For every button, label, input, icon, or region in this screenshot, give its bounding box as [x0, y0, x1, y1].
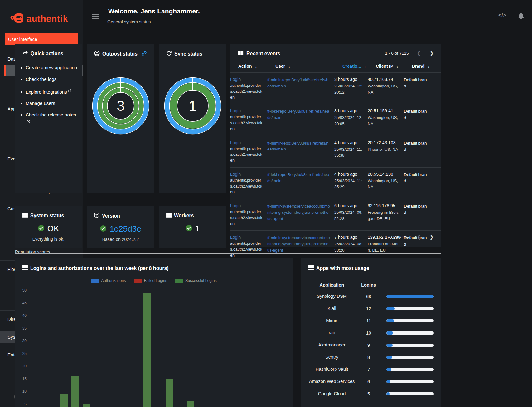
- event-user-link[interactable]: tf-loki-repo:BeryJu/k8s:ref:refs/heads/m…: [267, 109, 329, 120]
- event-created-absolute: 25/03/2024, 11:35:29: [334, 178, 363, 190]
- event-brand-cell: Default brand: [404, 140, 427, 164]
- event-created-relative: 3 hours ago: [334, 77, 363, 82]
- sync-status-card: Sync status 1: [159, 44, 226, 193]
- event-user-link[interactable]: tf-mimir-repo:BeryJu/k8s:ref:refs/heads/…: [267, 141, 329, 152]
- event-user-link[interactable]: tf-loki-repo:BeryJu/k8s:ref:refs/heads/m…: [267, 172, 329, 183]
- progress-track: [386, 307, 434, 310]
- sidebar-item-reputation-scores[interactable]: Reputation scores: [0, 247, 83, 257]
- event-client-geo: Freiburg im Breisgau, DE, EU: [368, 209, 399, 222]
- quick-action-explore-integrations[interactable]: Explore integrations: [26, 87, 79, 96]
- outpost-link-icon[interactable]: [141, 51, 147, 57]
- outpost-status-title: Outpost status: [102, 51, 138, 57]
- apps-row-rac: rac10: [301, 327, 441, 339]
- system-status-value: OK: [47, 224, 59, 233]
- apps-usage-card: Apps with most usage Application Logins …: [301, 258, 441, 407]
- quick-action-check-the-logs[interactable]: Check the logs: [26, 76, 79, 83]
- event-user-cell: tf-mimir-repo:BeryJu/k8s:ref:refs/heads/…: [267, 140, 330, 164]
- outpost-icon: [94, 51, 100, 57]
- events-col-label: Creatio...: [342, 64, 361, 69]
- event-client-geo: Phoenix, US, NA: [368, 146, 399, 153]
- quick-actions-card: Quick actions Create a new applicationCh…: [15, 44, 82, 193]
- sort-asc-icon[interactable]: ↑: [364, 64, 366, 69]
- event-client-ip: 92.116.178.95: [368, 203, 399, 208]
- menu-toggle-icon[interactable]: [92, 14, 99, 19]
- server-stack-icon: [166, 213, 172, 219]
- bar-successful-logins: [71, 376, 79, 407]
- events-col-creatio-: Creatio...↑: [342, 57, 371, 72]
- quick-action-create-a-new-application[interactable]: Create a new application: [26, 64, 79, 71]
- y-tick-label: 10: [15, 389, 27, 394]
- quick-action-label: Manage users: [26, 101, 55, 106]
- outpost-status-card: Outpost status 3: [87, 44, 154, 193]
- book-icon: [238, 51, 244, 57]
- events-col-brand: Brand↕: [412, 57, 435, 72]
- pagination-next-icon[interactable]: ❯: [429, 234, 434, 240]
- app-logins-count: 5: [355, 391, 382, 396]
- event-action-link[interactable]: Login: [230, 235, 263, 240]
- event-action-link[interactable]: Login: [230, 77, 263, 82]
- event-action-cell: Loginauthentik.providers.oauth2.views.to…: [230, 172, 263, 195]
- sort-icon[interactable]: ↕: [255, 64, 257, 69]
- version-value-link[interactable]: 1e25d3e: [109, 224, 141, 234]
- table-row: Loginauthentik.providers.oauth2.views.to…: [230, 167, 441, 199]
- event-user-cell: tf-mimir-repo:BeryJu/k8s:ref:refs/heads/…: [267, 77, 330, 100]
- app-usage-bar: [382, 356, 434, 359]
- event-action-link[interactable]: Login: [230, 140, 263, 145]
- event-created-absolute: 25/03/2024, 09:52:28: [334, 209, 363, 222]
- external-link-icon: [27, 118, 30, 125]
- api-browser-icon[interactable]: </>: [498, 12, 506, 18]
- quick-action-manage-users[interactable]: Manage users: [26, 100, 79, 107]
- check-circle-icon: [100, 225, 107, 233]
- event-user-link[interactable]: tf-mimir-system:serviceaccount:monitorin…: [267, 235, 330, 253]
- check-circle-icon: [38, 225, 45, 233]
- event-user-link[interactable]: tf-mimir-repo:BeryJu/k8s:ref:refs/heads/…: [267, 77, 329, 88]
- apps-table-body: Synology DSM68Kiali12Mimir11rac10Alertma…: [301, 290, 441, 400]
- event-brand-cell: Default brand: [404, 203, 427, 227]
- pagination-range: 1 - 6 of 7125: [385, 235, 409, 239]
- apps-row-sentry: Sentry8: [301, 351, 441, 363]
- progress-fill: [386, 368, 391, 371]
- event-client-geo: Washington, US, NA: [368, 83, 399, 95]
- sort-icon[interactable]: ↕: [288, 64, 290, 69]
- pagination-next-icon[interactable]: ❯: [429, 51, 434, 56]
- event-created-cell: 4 hours ago25/03/2024, 11:35:29: [334, 172, 363, 195]
- event-action-link[interactable]: Login: [230, 172, 263, 177]
- progress-fill: [386, 392, 390, 395]
- sync-status-title: Sync status: [174, 51, 202, 57]
- notifications-bell-icon[interactable]: [518, 12, 525, 21]
- quick-action-label: Create a new application: [26, 65, 77, 70]
- event-user-cell: tf-loki-repo:BeryJu/k8s:ref:refs/heads/m…: [267, 172, 330, 195]
- app-usage-bar: [382, 307, 434, 310]
- event-client-geo: Frankfurt am Main, DE, EU: [368, 241, 399, 253]
- sort-icon[interactable]: ↕: [396, 64, 399, 69]
- quick-action-check-the-release-notes[interactable]: Check the release notes: [26, 111, 79, 126]
- sync-count: 1: [189, 98, 197, 114]
- event-user-link[interactable]: tf-mimir-system:serviceaccount:monitorin…: [267, 204, 330, 221]
- events-table-body: Loginauthentik.providers.oauth2.views.to…: [230, 72, 441, 262]
- app-logins-count: 7: [355, 367, 382, 372]
- pagination-prev-icon[interactable]: ❮: [417, 51, 421, 56]
- server-stack-icon: [22, 213, 28, 219]
- event-client-ip: 40.71.163.74: [368, 77, 399, 82]
- event-created-cell: 3 hours ago25/03/2024, 12:20:12: [334, 77, 363, 100]
- event-user-cell: tf-mimir-system:serviceaccount:monitorin…: [267, 203, 330, 227]
- apps-row-mimir: Mimir11: [301, 315, 441, 327]
- app-usage-bar: [382, 368, 434, 371]
- page-subtitle: General system status: [107, 19, 151, 24]
- event-brand-cell: Default brand: [404, 172, 427, 195]
- event-action-cell: Loginauthentik.providers.oauth2.views.to…: [230, 235, 263, 258]
- sort-icon[interactable]: ↕: [428, 64, 430, 69]
- event-action-cell: Loginauthentik.providers.oauth2.views.to…: [230, 77, 263, 100]
- quick-actions-icon: [22, 51, 28, 57]
- quick-action-label: Check the logs: [26, 76, 56, 82]
- event-user-cell: tf-mimir-system:serviceaccount:monitorin…: [267, 235, 330, 258]
- event-context: authentik.providers.oauth2.views.token: [230, 146, 263, 164]
- event-action-link[interactable]: Login: [230, 108, 263, 113]
- table-row: Loginauthentik.providers.oauth2.views.to…: [230, 136, 441, 167]
- apps-usage-table: Application Logins Synology DSM68Kiali12…: [301, 280, 441, 400]
- app-name: Kiali: [308, 305, 355, 311]
- y-tick-label: 45: [15, 301, 27, 305]
- check-circle-icon: [186, 225, 192, 233]
- event-action-link[interactable]: Login: [230, 203, 263, 208]
- pagination-prev-icon[interactable]: ❮: [417, 234, 421, 240]
